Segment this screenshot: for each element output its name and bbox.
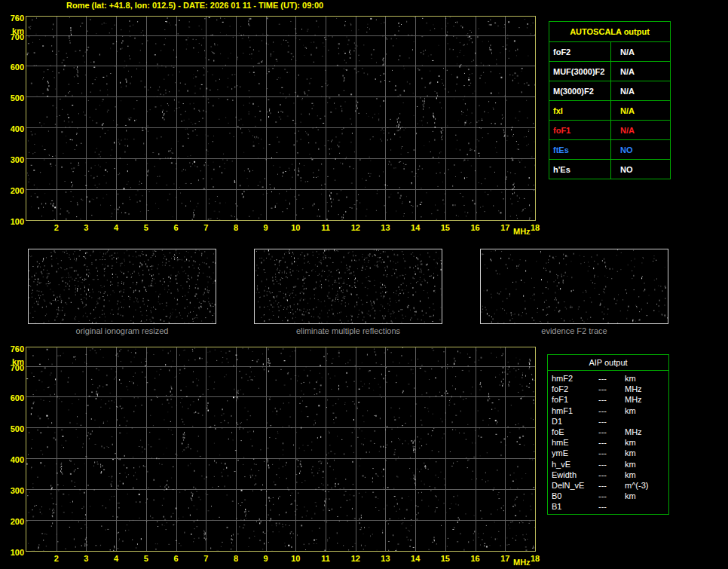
thumbnail-original-canvas [29, 249, 216, 323]
row-value: --- [598, 448, 625, 458]
row-unit: km [625, 448, 668, 458]
x-tick-label: 2 [47, 554, 66, 563]
row-label: MUF(3000)F2 [549, 62, 611, 81]
row-label: hmF2 [548, 373, 598, 384]
ionogram-top-canvas [26, 17, 535, 220]
autoscala-table-rows: foF2N/AMUF(3000)F2N/AM(3000)F2N/AfxIN/Af… [549, 41, 670, 179]
x-tick-label: 4 [107, 554, 125, 563]
x-tick-label: 12 [347, 223, 365, 232]
row-label: h_vE [548, 459, 598, 470]
row-label: foF2 [548, 384, 598, 394]
table-row: DelN_vE---m^(-3) [548, 480, 668, 491]
x-tick-label: 10 [286, 223, 304, 232]
autoscala-table: AUTOSCALA output foF2N/AMUF(3000)F2N/AM(… [549, 21, 671, 179]
row-value: --- [598, 480, 625, 491]
y-tick-label: 200 [3, 186, 24, 195]
x-tick-label: 17 [496, 554, 514, 563]
table-row: D1--- [548, 416, 668, 427]
page-title: Rome (lat: +41.8, lon: 012.5) - DATE: 20… [66, 1, 323, 10]
x-tick-label: 10 [286, 554, 304, 563]
row-value: --- [598, 459, 625, 470]
thumbnail-multiple-reflections-canvas [255, 249, 442, 323]
y-tick-label: 400 [3, 124, 24, 133]
x-tick-label: 14 [406, 554, 424, 563]
ionogram-bottom [26, 347, 536, 552]
row-value: N/A [611, 62, 670, 81]
row-value: N/A [611, 101, 670, 120]
autoscala-screen: Rome (lat: +41.8, lon: 012.5) - DATE: 20… [0, 0, 728, 569]
table-row: foF1---MHz [548, 394, 668, 405]
row-unit [625, 416, 668, 427]
table-row: foF2---MHz [548, 384, 668, 394]
x-tick-label: 5 [137, 554, 155, 563]
row-label: D1 [548, 416, 598, 427]
row-label: B1 [548, 501, 598, 512]
table-row: MUF(3000)F2N/A [549, 61, 670, 81]
y-tick-label: 400 [3, 455, 24, 464]
y-tick-label: 600 [3, 63, 24, 72]
x-tick-label: 16 [466, 223, 485, 232]
y-tick-label: 760 [3, 344, 24, 353]
row-value: NO [611, 140, 670, 159]
y-tick-label: 600 [3, 393, 24, 402]
table-row: hmF2---km [548, 373, 668, 384]
row-value: --- [598, 491, 625, 501]
aip-table-rows: hmF2---kmfoF2---MHzfoF1---MHzhmF1---kmD1… [548, 371, 668, 514]
table-row: hmF1---km [548, 405, 668, 416]
row-label: hmF1 [548, 405, 598, 416]
y-tick-label: 500 [3, 93, 24, 102]
row-unit: MHz [625, 427, 668, 437]
aip-table: AIP output hmF2---kmfoF2---MHzfoF1---MHz… [547, 354, 669, 515]
row-label: foF2 [549, 42, 611, 61]
row-value: --- [598, 394, 625, 405]
row-label: DelN_vE [548, 480, 598, 491]
row-label: foE [548, 427, 598, 437]
row-unit: km [625, 470, 668, 480]
row-label: B0 [548, 491, 598, 501]
table-row: h_vE---km [548, 459, 668, 470]
table-row: foF2N/A [549, 41, 670, 61]
y-axis-unit: km [3, 357, 24, 366]
table-row: ymE---km [548, 448, 668, 458]
row-unit [625, 501, 668, 512]
row-value: --- [598, 501, 625, 512]
thumbnail-caption: original ionogram resized [28, 326, 216, 335]
table-row: B1--- [548, 501, 668, 512]
table-row: fxIN/A [549, 100, 670, 120]
row-value: --- [598, 405, 625, 416]
thumbnail-f2-trace [480, 249, 668, 324]
table-row: h'EsNO [549, 159, 670, 179]
row-unit: km [625, 373, 668, 384]
ionogram-bottom-canvas [26, 347, 535, 551]
x-tick-label: 13 [376, 554, 394, 563]
x-tick-label: 6 [167, 554, 185, 563]
x-tick-label: 6 [167, 223, 185, 232]
row-label: hmE [548, 437, 598, 448]
y-tick-label: 300 [3, 486, 24, 495]
row-value: --- [598, 416, 625, 427]
x-tick-label: 15 [436, 554, 454, 563]
x-tick-label: 9 [257, 554, 275, 563]
x-tick-label: 7 [197, 554, 215, 563]
row-value: NO [611, 160, 670, 179]
x-tick-label: 3 [77, 223, 95, 232]
table-row: foE---MHz [548, 427, 668, 437]
x-tick-label: 15 [436, 223, 454, 232]
x-tick-label: 9 [257, 223, 275, 232]
row-value: --- [598, 373, 625, 384]
ionogram-top [26, 16, 536, 221]
row-label: M(3000)F2 [549, 81, 611, 100]
x-tick-label: 13 [376, 223, 394, 232]
row-unit: km [625, 405, 668, 416]
x-tick-label: 11 [317, 223, 335, 232]
row-value: --- [598, 384, 625, 394]
x-tick-label: 2 [47, 223, 66, 232]
row-value: N/A [611, 42, 670, 61]
x-tick-label: 16 [466, 554, 485, 563]
table-row: hmE---km [548, 437, 668, 448]
y-tick-label: 500 [3, 424, 24, 433]
row-label: foF1 [548, 394, 598, 405]
autoscala-table-title: AUTOSCALA output [549, 22, 670, 41]
table-row: M(3000)F2N/A [549, 81, 670, 100]
table-row: foF1N/A [549, 120, 670, 139]
